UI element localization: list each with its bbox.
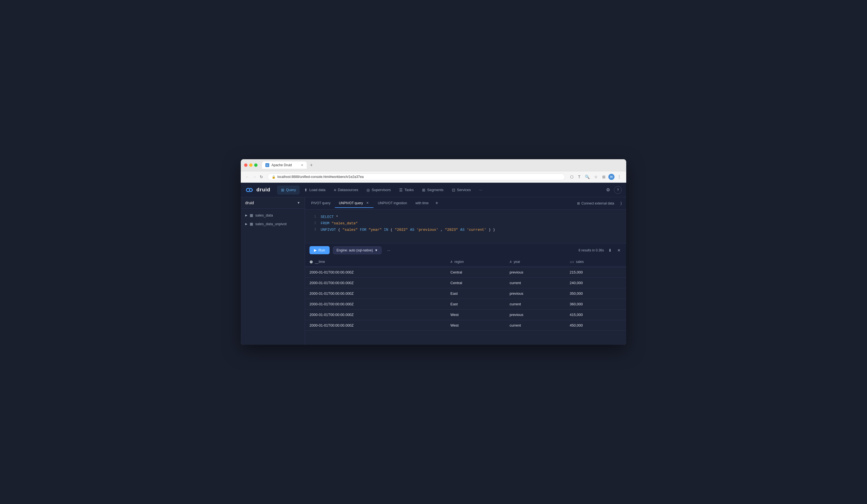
run-label: Run — [319, 248, 325, 252]
address-bar[interactable]: 🔒 localhost:8888/unified-console.html#wo… — [268, 173, 565, 180]
run-icon: ▶ — [314, 248, 317, 252]
code-line-2: 2 FROM "sales_data" — [305, 221, 626, 227]
nav-item-supervisors[interactable]: ◎ Supervisors — [363, 185, 395, 194]
logo-icon — [245, 185, 254, 194]
col-label-year: year — [514, 260, 520, 264]
col-header-year[interactable]: A year — [505, 257, 565, 267]
download-button[interactable]: ⬇ — [607, 247, 613, 254]
close-results-button[interactable]: ✕ — [616, 247, 622, 254]
bookmark-button[interactable]: ☆ — [592, 173, 599, 180]
tab-favicon: D — [265, 163, 269, 167]
line-number-2: 2 — [310, 221, 316, 226]
query-icon: ⊞ — [281, 188, 284, 192]
run-button[interactable]: ▶ Run — [310, 246, 330, 254]
tab-close-button[interactable]: ✕ — [301, 163, 303, 167]
toggle-icon[interactable]: ▶ — [245, 214, 247, 217]
sidebar: druid ▼ ▶ ▦ sales_data ▶ ▦ sales_data_un… — [241, 197, 305, 345]
forward-button[interactable]: → — [251, 173, 258, 180]
app-container: druid ⊞ Query ⬆ Load data ≡ Datasources … — [241, 183, 626, 345]
nav-item-services[interactable]: ⊡ Services — [448, 185, 475, 194]
code-line-3: 3 UNPIVOT ( "sales" FOR "year" IN ( — [305, 227, 626, 233]
tab-title: Apache Druid — [271, 163, 292, 167]
reload-button[interactable]: ↻ — [259, 173, 264, 180]
col-header-sales[interactable]: 123 sales — [565, 257, 626, 267]
tab-with-time-label: with time — [415, 201, 428, 205]
help-button[interactable]: ? — [614, 186, 622, 194]
cell-year: current — [505, 299, 565, 310]
profile-button[interactable]: H — [608, 174, 614, 180]
cell-year: current — [505, 278, 565, 288]
nav-right: ⚙ ? — [604, 185, 622, 194]
cell-sales: 450,000 — [565, 320, 626, 331]
result-info: 6 results in 0.36s — [578, 248, 604, 252]
translate-button[interactable]: T — [576, 173, 582, 180]
cell-year: current — [505, 320, 565, 331]
tab-unpivot-close[interactable]: ✕ — [365, 201, 370, 205]
url-text: localhost:8888/unified-console.html#work… — [277, 175, 364, 179]
settings-button[interactable]: ⚙ — [604, 185, 612, 194]
cell-time: 2000-01-01T00:00:00.000Z — [305, 288, 446, 299]
results-table-wrap[interactable]: 🕐 __time A region A year — [305, 257, 626, 345]
table-row: 2000-01-01T00:00:00.000ZWestprevious415,… — [305, 310, 626, 320]
supervisors-icon: ◎ — [366, 188, 370, 192]
editor-area: PIVOT query UNPIVOT query ✕ UNPIVOT inge… — [305, 197, 626, 345]
nav-item-segments[interactable]: ⊞ Segments — [418, 185, 448, 194]
nav-item-datasources[interactable]: ≡ Datasources — [330, 185, 362, 194]
tab-unpivot-query[interactable]: UNPIVOT query ✕ — [335, 199, 373, 208]
nav-label-load-data: Load data — [309, 188, 325, 192]
engine-chevron-icon: ▼ — [375, 248, 378, 252]
browser-actions: ⬡ T 🔍 ☆ ⊞ H ⋮ — [568, 173, 623, 180]
connect-external-button[interactable]: ⊞ Connect external data — [574, 200, 618, 207]
sidebar-item-sales-data[interactable]: ▶ ▦ sales_data — [241, 211, 305, 219]
fullscreen-traffic-light[interactable] — [254, 163, 258, 167]
engine-selector[interactable]: Engine: auto (sql-native) ▼ — [333, 246, 382, 254]
time-col-icon: 🕐 — [310, 260, 313, 264]
minimize-traffic-light[interactable] — [249, 163, 253, 167]
query-toolbar: ▶ Run Engine: auto (sql-native) ▼ ··· 6 … — [305, 243, 626, 257]
sidebar-item-sales-data-unpivot[interactable]: ▶ ▦ sales_data_unpivot — [241, 219, 305, 228]
collapse-button[interactable]: ⟩ — [618, 200, 624, 207]
nav-item-tasks[interactable]: ☰ Tasks — [395, 185, 418, 194]
table-row: 2000-01-01T00:00:00.000ZCentralcurrent24… — [305, 278, 626, 288]
cell-sales: 415,000 — [565, 310, 626, 320]
col-label-region: region — [454, 260, 464, 264]
zoom-button[interactable]: 🔍 — [583, 173, 591, 180]
tasks-icon: ☰ — [399, 188, 403, 192]
code-editor[interactable]: 1 SELECT * 2 FROM "sales_data" — [305, 210, 626, 243]
browser-tab[interactable]: D Apache Druid ✕ — [262, 161, 307, 169]
add-tab-button[interactable]: + — [433, 199, 440, 207]
cell-region: East — [446, 299, 505, 310]
tab-unpivot-ingestion[interactable]: UNPIVOT ingestion — [374, 199, 411, 208]
external-link-button[interactable]: ⬡ — [568, 173, 575, 180]
more-options-button[interactable]: ⋮ — [616, 173, 623, 180]
load-data-icon: ⬆ — [304, 188, 308, 192]
cell-year: previous — [505, 267, 565, 278]
new-tab-button[interactable]: + — [308, 161, 315, 169]
back-button[interactable]: ← — [244, 173, 250, 180]
extensions-button[interactable]: ⊞ — [600, 173, 607, 180]
cell-sales: 360,000 — [565, 299, 626, 310]
tab-with-time[interactable]: with time — [411, 199, 432, 208]
toggle-icon-2[interactable]: ▶ — [245, 222, 247, 225]
nav-item-load-data[interactable]: ⬆ Load data — [300, 185, 329, 194]
top-nav: druid ⊞ Query ⬆ Load data ≡ Datasources … — [241, 183, 626, 197]
sidebar-arrow-icon[interactable]: ▼ — [297, 201, 300, 205]
tab-unpivot-label: UNPIVOT query — [339, 201, 363, 205]
results-table: 🕐 __time A region A year — [305, 257, 626, 331]
sidebar-items: ▶ ▦ sales_data ▶ ▦ sales_data_unpivot — [241, 209, 305, 230]
nav-item-query[interactable]: ⊞ Query — [277, 185, 300, 194]
table-header-row: 🕐 __time A region A year — [305, 257, 626, 267]
query-more-button[interactable]: ··· — [385, 246, 393, 254]
col-header-region[interactable]: A region — [446, 257, 505, 267]
cell-time: 2000-01-01T00:00:00.000Z — [305, 278, 446, 288]
table-row: 2000-01-01T00:00:00.000ZCentralprevious2… — [305, 267, 626, 278]
tab-pivot-query[interactable]: PIVOT query — [307, 199, 334, 208]
nav-item-more[interactable]: ··· — [475, 185, 486, 194]
sidebar-item-label-2: sales_data_unpivot — [255, 222, 287, 226]
year-col-icon: A — [510, 260, 512, 264]
main-layout: druid ▼ ▶ ▦ sales_data ▶ ▦ sales_data_un… — [241, 197, 626, 345]
close-traffic-light[interactable] — [244, 163, 247, 167]
col-header-time[interactable]: 🕐 __time — [305, 257, 446, 267]
table-body: 2000-01-01T00:00:00.000ZCentralprevious2… — [305, 267, 626, 331]
logo-text: druid — [256, 187, 270, 193]
